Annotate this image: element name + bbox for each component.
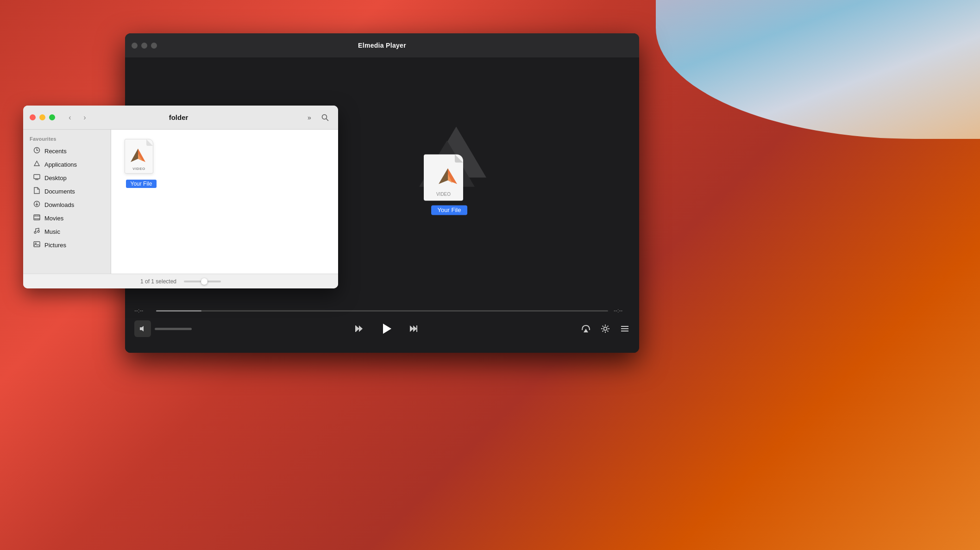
player-file-icon: VIDEO Your File bbox=[417, 126, 482, 215]
playback-controls bbox=[354, 318, 419, 340]
sidebar-item-pictures[interactable]: Pictures bbox=[26, 238, 108, 251]
time-end: --:-- bbox=[614, 307, 630, 314]
sidebar-item-applications[interactable]: Applications bbox=[26, 158, 108, 171]
svg-point-16 bbox=[322, 114, 327, 119]
finder-sidebar: Favourites Recents Applications bbox=[23, 130, 111, 274]
player-titlebar: Elmedia Player bbox=[125, 33, 639, 57]
svg-marker-7 bbox=[383, 324, 391, 334]
airplay-button[interactable] bbox=[581, 324, 591, 334]
sidebar-item-movies-label: Movies bbox=[44, 215, 63, 222]
finder-titlebar: ‹ › folder » bbox=[23, 106, 338, 130]
play-button[interactable] bbox=[375, 318, 397, 340]
finder-file-name: Your File bbox=[126, 180, 157, 188]
finder-toolbar-right: » bbox=[303, 111, 332, 124]
finder-path-title: folder bbox=[59, 113, 298, 121]
svg-marker-11 bbox=[584, 329, 588, 332]
finder-maximize-button[interactable] bbox=[49, 114, 55, 120]
finder-traffic-lights bbox=[30, 114, 55, 120]
svg-marker-37 bbox=[131, 149, 138, 162]
svg-marker-3 bbox=[140, 326, 144, 331]
playlist-button[interactable] bbox=[620, 324, 630, 334]
sidebar-item-downloads[interactable]: Downloads bbox=[26, 198, 108, 211]
file-logo-small bbox=[129, 147, 147, 164]
file-icon-small: VIDEO bbox=[125, 139, 158, 177]
pictures-icon bbox=[32, 241, 41, 249]
sidebar-item-recents-label: Recents bbox=[44, 148, 67, 155]
volume-slider[interactable] bbox=[155, 328, 192, 330]
finder-search-button[interactable] bbox=[319, 111, 332, 124]
controls-row bbox=[134, 318, 630, 344]
size-slider[interactable] bbox=[184, 281, 221, 282]
progress-track[interactable] bbox=[156, 310, 608, 312]
applications-icon bbox=[32, 160, 41, 169]
sidebar-item-documents-label: Documents bbox=[44, 188, 75, 195]
file-label-small: VIDEO bbox=[125, 167, 153, 171]
right-controls bbox=[581, 324, 630, 334]
player-traffic-lights bbox=[132, 43, 157, 49]
sidebar-item-movies[interactable]: Movies bbox=[26, 212, 108, 225]
svg-rect-6 bbox=[355, 325, 356, 332]
svg-marker-1 bbox=[439, 168, 448, 184]
file-document-large: VIDEO bbox=[424, 154, 463, 200]
music-icon bbox=[32, 227, 41, 236]
player-title: Elmedia Player bbox=[358, 42, 406, 49]
volume-group bbox=[134, 320, 192, 337]
svg-point-33 bbox=[38, 231, 39, 232]
sidebar-item-music[interactable]: Music bbox=[26, 225, 108, 238]
sidebar-item-pictures-label: Pictures bbox=[44, 242, 66, 249]
finder-body: Favourites Recents Applications bbox=[23, 130, 338, 274]
svg-point-12 bbox=[604, 327, 607, 331]
movies-icon bbox=[32, 214, 41, 222]
downloads-icon bbox=[32, 200, 41, 209]
finder-close-button[interactable] bbox=[30, 114, 36, 120]
svg-rect-19 bbox=[34, 175, 40, 179]
slider-track bbox=[184, 281, 221, 282]
player-close-button[interactable] bbox=[132, 43, 138, 49]
player-file-name: Your File bbox=[431, 205, 468, 215]
finder-statusbar: 1 of 1 selected bbox=[23, 274, 338, 288]
file-icon-large: VIDEO bbox=[417, 126, 482, 200]
progress-bar-row: --:-- --:-- bbox=[134, 302, 630, 318]
sidebar-item-downloads-label: Downloads bbox=[44, 201, 74, 208]
sidebar-item-music-label: Music bbox=[44, 228, 60, 235]
svg-marker-4 bbox=[356, 325, 359, 332]
finder-main-content: VIDEO Your File bbox=[111, 130, 338, 274]
svg-line-17 bbox=[327, 119, 329, 121]
progress-fill bbox=[156, 310, 201, 312]
sidebar-item-desktop[interactable]: Desktop bbox=[26, 171, 108, 184]
player-controls: --:-- --:-- bbox=[125, 302, 639, 353]
desktop-icon bbox=[32, 174, 41, 182]
skip-back-button[interactable] bbox=[354, 324, 364, 334]
svg-marker-0 bbox=[448, 168, 457, 184]
svg-rect-10 bbox=[416, 325, 417, 332]
svg-marker-8 bbox=[410, 325, 414, 332]
slider-thumb bbox=[201, 278, 207, 285]
player-minimize-button[interactable] bbox=[141, 43, 147, 49]
player-maximize-button[interactable] bbox=[151, 43, 157, 49]
finder-more-button[interactable]: » bbox=[303, 111, 316, 124]
documents-icon bbox=[32, 187, 41, 195]
finder-window: ‹ › folder » Favourites bbox=[23, 106, 338, 288]
finder-minimize-button[interactable] bbox=[39, 114, 45, 120]
file-label-large: VIDEO bbox=[428, 192, 459, 197]
selection-status: 1 of 1 selected bbox=[140, 278, 176, 285]
sidebar-favourites-label: Favourites bbox=[23, 134, 111, 144]
sidebar-item-recents[interactable]: Recents bbox=[26, 144, 108, 157]
file-logo-large bbox=[437, 165, 459, 188]
time-start: --:-- bbox=[134, 307, 151, 314]
finder-file-item[interactable]: VIDEO Your File bbox=[120, 139, 162, 188]
settings-button[interactable] bbox=[600, 324, 610, 334]
sidebar-item-desktop-label: Desktop bbox=[44, 175, 67, 181]
skip-forward-button[interactable] bbox=[408, 324, 419, 334]
sidebar-item-applications-label: Applications bbox=[44, 161, 77, 168]
svg-marker-9 bbox=[413, 325, 417, 332]
recents-icon bbox=[32, 147, 41, 155]
volume-button[interactable] bbox=[134, 320, 151, 337]
sidebar-item-documents[interactable]: Documents bbox=[26, 185, 108, 198]
svg-rect-34 bbox=[34, 242, 40, 247]
svg-point-32 bbox=[34, 231, 36, 233]
svg-marker-5 bbox=[359, 325, 363, 332]
file-doc-small: VIDEO bbox=[125, 139, 153, 174]
